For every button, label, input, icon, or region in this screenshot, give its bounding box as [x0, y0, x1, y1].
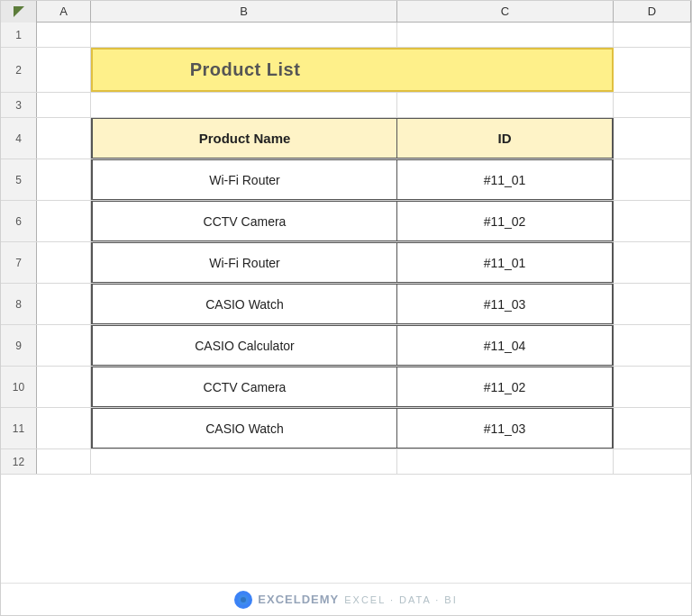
row-10: 10 CCTV Camera #11_02 — [1, 367, 691, 408]
row-9: 9 CASIO Calculator #11_04 — [1, 325, 691, 367]
cell-a3[interactable] — [37, 93, 91, 117]
cell-c3[interactable] — [397, 93, 614, 117]
product-name-9: CASIO Calculator — [195, 339, 294, 353]
cell-a8[interactable] — [37, 284, 91, 324]
cell-d8[interactable] — [614, 284, 691, 324]
product-name-header: Product Name — [199, 131, 291, 146]
grid-body: 1 2 Product List 3 4 — [1, 23, 691, 583]
product-id-10: #11_02 — [484, 380, 526, 394]
product-name-11: CASIO Watch — [205, 421, 284, 436]
row-header-5: 5 — [1, 159, 37, 200]
svg-point-1 — [241, 597, 246, 602]
cell-a1[interactable] — [37, 23, 91, 47]
cell-c7[interactable]: #11_01 — [397, 242, 614, 283]
cell-c2-title[interactable] — [397, 48, 614, 92]
product-id-6: #11_02 — [484, 214, 526, 229]
row-header-3: 3 — [1, 93, 37, 117]
product-id-8: #11_03 — [484, 297, 526, 312]
cell-b2-title[interactable]: Product List — [91, 48, 397, 92]
cell-d11[interactable] — [614, 408, 691, 448]
cell-c4-header[interactable]: ID — [397, 118, 614, 159]
corner-cell — [1, 1, 37, 23]
cell-b12[interactable] — [91, 449, 397, 474]
cell-b11[interactable]: CASIO Watch — [91, 408, 397, 448]
row-header-9: 9 — [1, 325, 37, 366]
row-header-11: 11 — [1, 408, 37, 448]
row-header-7: 7 — [1, 242, 37, 283]
watermark-tagline: EXCEL · DATA · BI — [344, 594, 458, 605]
product-name-8: CASIO Watch — [205, 297, 284, 312]
product-id-9: #11_04 — [484, 339, 526, 353]
cell-a12[interactable] — [37, 449, 91, 474]
cell-d1[interactable] — [614, 23, 691, 47]
cell-b3[interactable] — [91, 93, 397, 117]
cell-a5[interactable] — [37, 159, 91, 200]
row-5: 5 Wi-Fi Router #11_01 — [1, 159, 691, 201]
footer: exceldemy EXCEL · DATA · BI — [1, 583, 691, 615]
col-header-b: B — [91, 1, 397, 22]
cell-a2[interactable] — [37, 48, 91, 92]
row-header-12: 12 — [1, 449, 37, 474]
row-7: 7 Wi-Fi Router #11_01 — [1, 242, 691, 284]
cell-d12[interactable] — [614, 449, 691, 474]
row-6: 6 CCTV Camera #11_02 — [1, 201, 691, 242]
id-header: ID — [498, 131, 512, 146]
col-header-a: A — [37, 1, 91, 22]
cell-b8[interactable]: CASIO Watch — [91, 284, 397, 324]
cell-c1[interactable] — [397, 23, 614, 47]
row-header-6: 6 — [1, 201, 37, 241]
cell-a7[interactable] — [37, 242, 91, 283]
row-4-table-header: 4 Product Name ID — [1, 118, 691, 159]
row-12: 12 — [1, 449, 691, 475]
row-2: 2 Product List — [1, 48, 691, 93]
row-header-8: 8 — [1, 284, 37, 324]
row-1: 1 — [1, 23, 691, 48]
cell-a11[interactable] — [37, 408, 91, 448]
product-id-7: #11_01 — [484, 256, 526, 270]
cell-d4[interactable] — [614, 118, 691, 159]
spreadsheet: A B C D 1 2 Product List — [0, 0, 692, 616]
cell-b4-header[interactable]: Product Name — [91, 118, 397, 159]
watermark-icon — [234, 591, 252, 609]
select-all-icon[interactable] — [14, 6, 24, 17]
product-id-11: #11_03 — [484, 421, 526, 436]
cell-b7[interactable]: Wi-Fi Router — [91, 242, 397, 283]
cell-d9[interactable] — [614, 325, 691, 366]
row-header-2: 2 — [1, 48, 37, 92]
cell-c8[interactable]: #11_03 — [397, 284, 614, 324]
row-3: 3 — [1, 93, 691, 118]
col-header-c: C — [397, 1, 614, 22]
row-11: 11 CASIO Watch #11_03 — [1, 408, 691, 449]
cell-b10[interactable]: CCTV Camera — [91, 367, 397, 407]
cell-a6[interactable] — [37, 201, 91, 241]
cell-c9[interactable]: #11_04 — [397, 325, 614, 366]
cell-d6[interactable] — [614, 201, 691, 241]
cell-a10[interactable] — [37, 367, 91, 407]
row-header-1: 1 — [1, 23, 37, 47]
row-header-10: 10 — [1, 367, 37, 407]
cell-b6[interactable]: CCTV Camera — [91, 201, 397, 241]
product-name-5: Wi-Fi Router — [209, 173, 280, 187]
cell-c10[interactable]: #11_02 — [397, 367, 614, 407]
product-name-6: CCTV Camera — [204, 214, 287, 229]
cell-a9[interactable] — [37, 325, 91, 366]
cell-c6[interactable]: #11_02 — [397, 201, 614, 241]
cell-b9[interactable]: CASIO Calculator — [91, 325, 397, 366]
cell-b5[interactable]: Wi-Fi Router — [91, 159, 397, 200]
cell-c5[interactable]: #11_01 — [397, 159, 614, 200]
cell-c11[interactable]: #11_03 — [397, 408, 614, 448]
cell-c12[interactable] — [397, 449, 614, 474]
cell-d7[interactable] — [614, 242, 691, 283]
row-header-4: 4 — [1, 118, 37, 159]
cell-d3[interactable] — [614, 93, 691, 117]
cell-b1[interactable] — [91, 23, 397, 47]
row-8: 8 CASIO Watch #11_03 — [1, 284, 691, 325]
watermark: exceldemy EXCEL · DATA · BI — [234, 591, 457, 609]
watermark-site: exceldemy — [258, 593, 339, 606]
cell-d2[interactable] — [614, 48, 691, 92]
col-header-d: D — [614, 1, 691, 22]
cell-d10[interactable] — [614, 367, 691, 407]
cell-d5[interactable] — [614, 159, 691, 200]
product-name-7: Wi-Fi Router — [209, 256, 280, 270]
cell-a4[interactable] — [37, 118, 91, 159]
